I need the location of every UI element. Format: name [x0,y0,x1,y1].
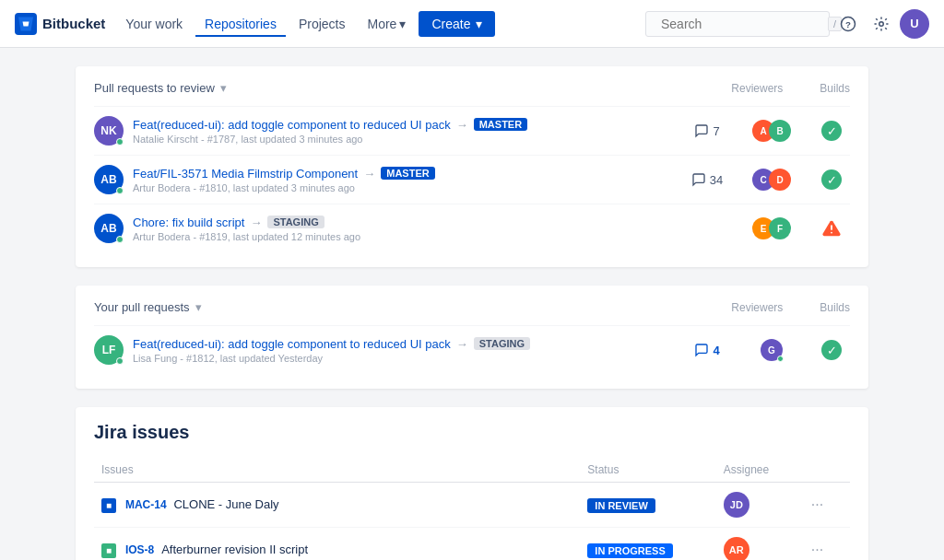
pull-requests-to-review-section: Pull requests to review ▾ Reviewers Buil… [76,66,868,267]
issue-key[interactable]: MAC-14 [125,498,167,511]
pr-author-avatar: NK [94,116,124,146]
issue-title[interactable]: CLONE - June Daly [173,497,278,511]
pr-title-text[interactable]: Feat(reduced-ui): add toggle component t… [133,337,451,351]
actions-col-header [798,458,850,483]
section-title: Pull requests to review [94,81,215,95]
issue-type-task-icon: ■ [101,498,116,513]
arrow-icon: → [363,167,375,181]
reviewer-avatar: F [769,217,791,239]
jira-row: ■ IOS-8 Afterburner revision II script I… [94,528,850,561]
pr-author-avatar: LF [94,335,124,365]
arrow-icon: → [456,118,468,132]
section-header: Your pull requests ▾ Reviewers Builds [94,300,850,314]
search-bar[interactable]: / [645,11,830,37]
pr-title: Feat(reduced-ui): add toggle component t… [133,337,675,351]
status-cell: IN PROGRESS [580,528,715,561]
issue-title[interactable]: Afterburner revision II script [161,542,308,556]
chevron-down-icon: ▾ [220,81,227,95]
comment-icon [694,343,709,357]
nav-your-work[interactable]: Your work [116,11,192,37]
row-actions-button[interactable]: ··· [806,540,829,560]
app-logo[interactable]: Bitbucket [15,13,105,35]
pr-author-avatar: AB [94,165,124,194]
create-button[interactable]: Create ▾ [419,11,495,37]
main-content: Pull requests to review ▾ Reviewers Buil… [57,48,887,560]
comment-icon [694,123,709,138]
status-badge: IN PROGRESS [587,543,672,558]
issue-cell: ■ IOS-8 Afterburner revision II script [94,528,580,561]
assignee-avatar: JD [724,492,749,518]
pr-meta: Artur Bodera - #1810, last updated 3 min… [133,182,675,193]
pr-reviewers: E F [739,217,804,239]
svg-text:?: ? [845,18,851,29]
comment-count: 4 [713,344,719,357]
warning-icon [821,218,842,239]
pr-title-text[interactable]: Feat(reduced-ui): add toggle component t… [133,118,451,132]
pr-branch-badge: MASTER [381,167,434,180]
help-icon: ? [840,16,856,32]
pr-title-text[interactable]: Feat/FIL-3571 Media Filmstrip Component [133,167,358,181]
pr-title: Feat/FIL-3571 Media Filmstrip Component … [133,167,675,181]
builds-col-label: Builds [820,82,850,95]
actions-cell: ··· [798,528,850,561]
pr-comments: 7 [684,123,730,138]
section-header: Pull requests to review ▾ Reviewers Buil… [94,81,850,95]
issues-col-header: Issues [94,458,580,483]
pr-title: Feat(reduced-ui): add toggle component t… [133,118,675,132]
actions-cell: ··· [798,483,850,528]
pr-info: Feat/FIL-3571 Media Filmstrip Component … [133,167,675,193]
pr-builds: ✓ [813,169,850,190]
status-badge: IN REVIEW [587,498,655,513]
pr-title-text[interactable]: Chore: fix build script [133,216,244,229]
pr-reviewers: C D [739,169,804,191]
nav-more[interactable]: More ▾ [359,11,416,37]
reviewer-avatar: G [761,339,783,361]
issue-cell: ■ MAC-14 CLONE - June Daly [94,483,580,528]
status-col-header: Status [580,458,715,483]
pr-meta: Natalie Kirscht - #1787, last updated 3 … [133,134,675,145]
assignee-avatar: AR [724,537,749,560]
settings-icon [873,16,890,32]
builds-col-label: Builds [820,301,850,314]
issue-key[interactable]: IOS-8 [125,543,154,556]
assignee-col-header: Assignee [716,458,798,483]
online-indicator [116,187,124,194]
pr-author-avatar: AB [94,214,124,243]
row-actions-button[interactable]: ··· [806,495,829,515]
nav-repositories[interactable]: Repositories [195,11,286,37]
pr-info: Feat(reduced-ui): add toggle component t… [133,337,675,364]
nav-projects[interactable]: Projects [289,11,355,37]
issue-type-story-icon: ■ [101,543,116,558]
arrow-icon: → [250,216,262,229]
pr-meta: Lisa Fung - #1812, last updated Yesterda… [133,353,675,364]
settings-button[interactable] [867,9,896,39]
brand-name: Bitbucket [42,16,105,31]
comment-icon [691,172,706,187]
jira-table: Issues Status Assignee ■ MAC-14 CLONE - … [94,458,850,560]
pr-comments: 4 [684,343,730,357]
chevron-down-icon: ▾ [476,17,482,31]
build-success-icon: ✓ [821,121,842,141]
search-input[interactable] [661,17,822,31]
arrow-icon: → [456,337,468,351]
pr-branch-badge: STAGING [267,216,324,228]
pr-row: NK Feat(reduced-ui): add toggle componen… [94,106,850,155]
pr-row: LF Feat(reduced-ui): add toggle componen… [94,325,850,374]
jira-section-title: Jira issues [94,422,850,443]
pr-row: AB Feat/FIL-3571 Media Filmstrip Compone… [94,155,850,204]
pr-meta: Artur Bodera - #1819, last updated 12 mi… [133,231,675,242]
build-warning-icon [821,218,842,239]
pr-info: Feat(reduced-ui): add toggle component t… [133,118,675,145]
jira-row: ■ MAC-14 CLONE - June Daly IN REVIEW JD … [94,483,850,528]
bitbucket-logo-icon [15,13,37,35]
pr-info: Chore: fix build script → STAGING Artur … [133,216,675,242]
chevron-down-icon: ▾ [399,17,406,31]
user-avatar[interactable]: U [900,9,929,39]
pr-builds: ✓ [813,121,850,141]
online-indicator [116,138,124,146]
jira-issues-section: Jira issues Issues Status Assignee ■ MAC… [76,407,868,560]
your-pull-requests-section: Your pull requests ▾ Reviewers Builds LF… [76,286,868,389]
reviewer-avatar: D [769,169,791,191]
comment-count: 7 [713,124,719,138]
help-button[interactable]: ? [833,9,863,39]
